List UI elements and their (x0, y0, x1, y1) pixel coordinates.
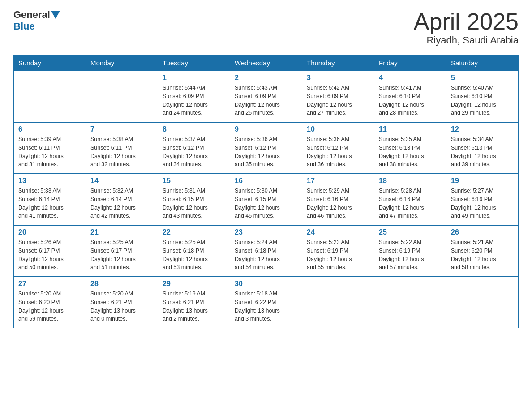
day-info: Sunrise: 5:42 AM Sunset: 6:09 PM Dayligh… (307, 84, 369, 117)
calendar-cell: 4Sunrise: 5:41 AM Sunset: 6:10 PM Daylig… (374, 71, 446, 122)
calendar-cell: 6Sunrise: 5:39 AM Sunset: 6:11 PM Daylig… (14, 122, 86, 174)
day-info: Sunrise: 5:34 AM Sunset: 6:13 PM Dayligh… (451, 135, 514, 169)
day-info: Sunrise: 5:27 AM Sunset: 6:16 PM Dayligh… (451, 187, 514, 220)
day-info: Sunrise: 5:39 AM Sunset: 6:11 PM Dayligh… (18, 135, 81, 169)
day-number: 8 (163, 125, 225, 133)
day-info: Sunrise: 5:31 AM Sunset: 6:15 PM Dayligh… (163, 187, 225, 220)
day-number: 27 (18, 280, 81, 288)
calendar-cell (374, 277, 446, 328)
day-number: 12 (451, 125, 514, 133)
header-thursday: Thursday (302, 56, 374, 71)
header-monday: Monday (86, 56, 158, 71)
day-info: Sunrise: 5:35 AM Sunset: 6:13 PM Dayligh… (379, 135, 442, 169)
page-header: General Blue April 2025 Riyadh, Saudi Ar… (13, 9, 519, 46)
header-wednesday: Wednesday (230, 56, 302, 71)
day-number: 14 (90, 177, 153, 185)
calendar-header: Sunday Monday Tuesday Wednesday Thursday… (14, 56, 519, 71)
day-info: Sunrise: 5:26 AM Sunset: 6:17 PM Dayligh… (18, 238, 81, 272)
day-info: Sunrise: 5:37 AM Sunset: 6:12 PM Dayligh… (163, 135, 225, 169)
day-number: 19 (451, 177, 514, 185)
day-number: 21 (90, 228, 153, 236)
day-info: Sunrise: 5:29 AM Sunset: 6:16 PM Dayligh… (307, 187, 369, 220)
day-number: 16 (235, 177, 297, 185)
day-info: Sunrise: 5:22 AM Sunset: 6:19 PM Dayligh… (379, 238, 442, 272)
calendar-cell: 26Sunrise: 5:21 AM Sunset: 6:20 PM Dayli… (446, 225, 519, 277)
day-info: Sunrise: 5:23 AM Sunset: 6:19 PM Dayligh… (307, 238, 369, 272)
day-number: 7 (90, 125, 153, 133)
day-number: 30 (235, 280, 297, 288)
calendar-cell: 16Sunrise: 5:30 AM Sunset: 6:15 PM Dayli… (230, 174, 302, 225)
calendar-cell: 11Sunrise: 5:35 AM Sunset: 6:13 PM Dayli… (374, 122, 446, 174)
calendar-cell: 24Sunrise: 5:23 AM Sunset: 6:19 PM Dayli… (302, 225, 374, 277)
calendar-cell: 25Sunrise: 5:22 AM Sunset: 6:19 PM Dayli… (374, 225, 446, 277)
day-info: Sunrise: 5:44 AM Sunset: 6:09 PM Dayligh… (163, 84, 225, 117)
calendar-week-row: 6Sunrise: 5:39 AM Sunset: 6:11 PM Daylig… (14, 122, 519, 174)
header-row: Sunday Monday Tuesday Wednesday Thursday… (14, 56, 519, 71)
title-block: April 2025 Riyadh, Saudi Arabia (414, 9, 519, 46)
day-info: Sunrise: 5:18 AM Sunset: 6:22 PM Dayligh… (235, 290, 297, 323)
calendar-cell (446, 277, 519, 328)
day-info: Sunrise: 5:40 AM Sunset: 6:10 PM Dayligh… (451, 84, 514, 117)
day-number: 5 (451, 74, 514, 82)
calendar-week-row: 1Sunrise: 5:44 AM Sunset: 6:09 PM Daylig… (14, 71, 519, 122)
day-info: Sunrise: 5:25 AM Sunset: 6:18 PM Dayligh… (163, 238, 225, 272)
day-number: 9 (235, 125, 297, 133)
day-info: Sunrise: 5:21 AM Sunset: 6:20 PM Dayligh… (451, 238, 514, 272)
calendar-cell: 12Sunrise: 5:34 AM Sunset: 6:13 PM Dayli… (446, 122, 519, 174)
day-info: Sunrise: 5:25 AM Sunset: 6:17 PM Dayligh… (90, 238, 153, 272)
calendar-cell: 15Sunrise: 5:31 AM Sunset: 6:15 PM Dayli… (158, 174, 230, 225)
calendar-cell: 1Sunrise: 5:44 AM Sunset: 6:09 PM Daylig… (158, 71, 230, 122)
day-info: Sunrise: 5:24 AM Sunset: 6:18 PM Dayligh… (235, 238, 297, 272)
day-number: 18 (379, 177, 442, 185)
day-info: Sunrise: 5:20 AM Sunset: 6:20 PM Dayligh… (18, 290, 81, 323)
calendar-cell: 8Sunrise: 5:37 AM Sunset: 6:12 PM Daylig… (158, 122, 230, 174)
logo-blue-text: Blue (13, 21, 35, 32)
calendar-cell (14, 71, 86, 122)
calendar-body: 1Sunrise: 5:44 AM Sunset: 6:09 PM Daylig… (14, 71, 519, 328)
calendar-cell: 29Sunrise: 5:19 AM Sunset: 6:21 PM Dayli… (158, 277, 230, 328)
calendar-cell: 28Sunrise: 5:20 AM Sunset: 6:21 PM Dayli… (86, 277, 158, 328)
calendar-cell: 13Sunrise: 5:33 AM Sunset: 6:14 PM Dayli… (14, 174, 86, 225)
day-info: Sunrise: 5:32 AM Sunset: 6:14 PM Dayligh… (90, 187, 153, 220)
calendar-subtitle: Riyadh, Saudi Arabia (414, 34, 519, 46)
calendar-title: April 2025 (414, 9, 519, 34)
calendar-cell: 18Sunrise: 5:28 AM Sunset: 6:16 PM Dayli… (374, 174, 446, 225)
calendar-cell: 19Sunrise: 5:27 AM Sunset: 6:16 PM Dayli… (446, 174, 519, 225)
calendar-week-row: 20Sunrise: 5:26 AM Sunset: 6:17 PM Dayli… (14, 225, 519, 277)
calendar-cell: 2Sunrise: 5:43 AM Sunset: 6:09 PM Daylig… (230, 71, 302, 122)
calendar-cell: 27Sunrise: 5:20 AM Sunset: 6:20 PM Dayli… (14, 277, 86, 328)
day-number: 11 (379, 125, 442, 133)
header-saturday: Saturday (446, 56, 519, 71)
header-sunday: Sunday (14, 56, 86, 71)
logo: General Blue (13, 9, 61, 32)
calendar-cell: 17Sunrise: 5:29 AM Sunset: 6:16 PM Dayli… (302, 174, 374, 225)
day-info: Sunrise: 5:41 AM Sunset: 6:10 PM Dayligh… (379, 84, 442, 117)
day-number: 29 (163, 280, 225, 288)
calendar-cell: 3Sunrise: 5:42 AM Sunset: 6:09 PM Daylig… (302, 71, 374, 122)
header-friday: Friday (374, 56, 446, 71)
header-tuesday: Tuesday (158, 56, 230, 71)
calendar-week-row: 13Sunrise: 5:33 AM Sunset: 6:14 PM Dayli… (14, 174, 519, 225)
day-number: 4 (379, 74, 442, 82)
day-number: 1 (163, 74, 225, 82)
calendar-cell: 30Sunrise: 5:18 AM Sunset: 6:22 PM Dayli… (230, 277, 302, 328)
day-number: 24 (307, 228, 369, 236)
calendar-cell: 10Sunrise: 5:36 AM Sunset: 6:12 PM Dayli… (302, 122, 374, 174)
calendar-week-row: 27Sunrise: 5:20 AM Sunset: 6:20 PM Dayli… (14, 277, 519, 328)
day-info: Sunrise: 5:33 AM Sunset: 6:14 PM Dayligh… (18, 187, 81, 220)
day-info: Sunrise: 5:19 AM Sunset: 6:21 PM Dayligh… (163, 290, 225, 323)
calendar-cell: 7Sunrise: 5:38 AM Sunset: 6:11 PM Daylig… (86, 122, 158, 174)
logo-general-text: General (13, 9, 50, 21)
day-info: Sunrise: 5:38 AM Sunset: 6:11 PM Dayligh… (90, 135, 153, 169)
day-number: 17 (307, 177, 369, 185)
day-number: 20 (18, 228, 81, 236)
day-number: 3 (307, 74, 369, 82)
day-info: Sunrise: 5:28 AM Sunset: 6:16 PM Dayligh… (379, 187, 442, 220)
day-number: 25 (379, 228, 442, 236)
day-number: 28 (90, 280, 153, 288)
calendar-cell: 22Sunrise: 5:25 AM Sunset: 6:18 PM Dayli… (158, 225, 230, 277)
calendar-cell: 5Sunrise: 5:40 AM Sunset: 6:10 PM Daylig… (446, 71, 519, 122)
day-info: Sunrise: 5:36 AM Sunset: 6:12 PM Dayligh… (235, 135, 297, 169)
logo-triangle-icon (51, 11, 60, 19)
calendar-cell: 14Sunrise: 5:32 AM Sunset: 6:14 PM Dayli… (86, 174, 158, 225)
